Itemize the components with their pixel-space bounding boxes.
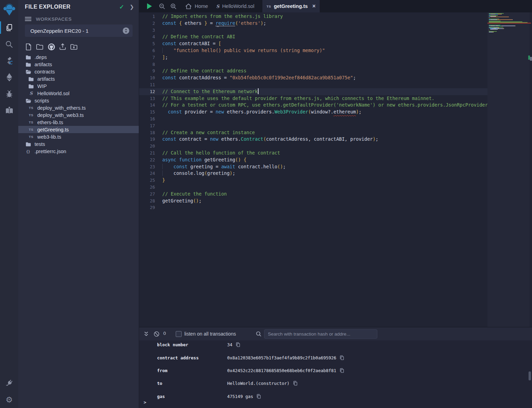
tab-getgreeting-ts[interactable]: TSgetGreeting.ts× [262,0,320,12]
code-line-7: 7]; [139,54,487,61]
activity-file-explorer-button[interactable] [0,19,18,36]
code-line-16: 16 [139,116,487,122]
tx-detail-label: block number [157,342,227,347]
code-line-11: 11 [139,81,487,88]
code-line-5: 5const contractABI = [ [139,40,487,47]
workspace-dropdown-icon [123,27,129,34]
json-file-icon: {} [25,149,31,153]
activity-debugger-button[interactable] [0,86,18,102]
code-editor[interactable]: 1// Import ethers from the ethers.js lib… [139,12,532,327]
terminal-search-input[interactable] [264,329,377,339]
file-tree-item-helloworld-sol[interactable]: SHelloWorld.sol [18,90,139,97]
typescript-file-icon: TS [28,106,34,110]
line-number: 17 [139,122,155,129]
transaction-count-badge: 0 [163,331,166,336]
new-folder-button[interactable] [36,42,44,51]
file-tree-item-tests[interactable]: tests [18,140,139,148]
line-number: 4 [139,33,155,40]
workspace-selected-value: OpenZeppelin ERC20 - 1 [30,28,88,34]
debugger-icon [5,90,13,98]
copy-icon[interactable] [235,342,240,347]
code-line-26: 26 [139,184,487,191]
activity-search-button[interactable] [0,36,18,52]
listen-transactions-checkbox[interactable] [176,331,182,337]
tab-label: HelloWorld.sol [222,3,254,9]
activity-deploy-run-button[interactable] [0,69,18,86]
tx-detail-row-contract-address: contract address0x8a120383e6057b1f3aef4f… [139,351,532,364]
file-tree-item-getgreeting-ts[interactable]: TSgetGreeting.ts [18,126,139,133]
expand-chevron-icon[interactable]: ❯ [129,4,134,10]
activity-settings-gear-button[interactable]: ⚙ [0,391,18,408]
activity-solidity-compiler-button[interactable] [0,52,18,69]
code-line-4: 4// Define the contract ABI [139,33,487,40]
workspace-select[interactable]: OpenZeppelin ERC20 - 1 [25,24,133,37]
workspaces-row: WORKSPACES [25,16,72,22]
solidity-compiler-icon [5,56,14,65]
file-tree-item-scripts[interactable]: scripts [18,97,139,104]
code-line-27: 27// Execute the function [139,191,487,198]
file-name: tests [35,141,45,147]
file-name: HelloWorld.sol [37,91,69,96]
file-tree-item--prettierrc-json[interactable]: {}.prettierrc.json [18,148,139,155]
tx-detail-value: HelloWorld.(constructor) [227,381,290,386]
file-tree-item-artifacts[interactable]: artifacts [18,75,139,82]
folder-open-icon [25,69,31,74]
activity-learneth-book-button[interactable] [0,102,18,119]
collapse-terminal-button[interactable] [143,330,149,337]
workspaces-menu-icon[interactable] [25,16,31,22]
tab-home[interactable]: Home [185,0,208,12]
accept-check-icon[interactable]: ✓ [119,3,124,11]
activity-bar: ⚙ [0,0,18,408]
line-number: 11 [139,81,155,88]
tx-detail-row-from: from0x42452c22c88178685850e68beb6cf0f2ae… [139,364,532,377]
line-number: 29 [139,204,155,211]
activity-plugin-plug-button[interactable] [0,375,18,391]
solidity-file-icon: S [28,91,34,96]
new-file-icon [25,43,32,51]
file-tree-item--deps[interactable]: .deps [18,53,139,61]
line-number: 18 [139,129,155,136]
file-explorer-panel: FILE EXPLORER ✓ ❯ WORKSPACES OpenZeppeli… [18,0,139,408]
terminal-scrollbar-thumb[interactable] [529,371,531,380]
tab-helloworld-sol[interactable]: SHelloWorld.sol [216,0,254,12]
new-file-button[interactable] [24,42,33,51]
run-script-button[interactable] [146,2,153,10]
clear-console-button[interactable] [153,330,160,337]
tx-detail-value: 0x42452c22c88178685850e68beb6cf0f2aeab8f… [227,368,336,373]
remix-ide-window: ⚙ FILE EXPLORER ✓ ❯ WORKSPACES OpenZeppe… [0,0,532,408]
github-button[interactable] [47,42,56,51]
upload-folder-button[interactable] [70,42,78,51]
play-icon [146,3,153,10]
editor-scrollbar-thumb[interactable] [530,57,532,61]
tx-detail-row-gas: gas475149 gas [139,390,532,403]
zoom-in-button[interactable] [170,2,177,10]
listen-transactions-label: listen on all transactions [184,331,236,337]
copy-icon[interactable] [293,381,298,386]
zoom-out-button[interactable] [158,2,166,10]
file-tree-item-artifacts[interactable]: artifacts [18,61,139,68]
copy-icon[interactable] [256,394,261,399]
deploy-run-icon [6,73,13,82]
file-tree-item-ethers-lib-ts[interactable]: TSethers-lib.ts [18,119,139,126]
code-line-20: 20 [139,143,487,150]
file-tree-item-deploy-with-ethers-ts[interactable]: TSdeploy_with_ethers.ts [18,104,139,111]
file-tree-item-wip[interactable]: WIP [18,82,139,90]
minimap[interactable] [489,13,528,33]
settings-gear-icon: ⚙ [6,396,13,404]
zoom-out-icon [159,3,165,10]
file-tree-item-deploy-with-web3-ts[interactable]: TSdeploy_with_web3.ts [18,111,139,119]
copy-icon[interactable] [339,368,344,373]
code-line-25: 25} [139,177,487,184]
upload-file-button[interactable] [58,42,67,51]
file-tree-item-contracts[interactable]: contracts [18,68,139,75]
close-tab-icon[interactable]: × [312,3,316,9]
activity-remix-logo-button[interactable] [0,0,18,19]
copy-icon[interactable] [339,355,344,360]
search-icon [5,40,13,48]
new-folder-icon [36,43,44,51]
terminal-prompt[interactable]: > [144,400,146,405]
file-tree-item-web3-lib-ts[interactable]: TSweb3-lib.ts [18,133,139,140]
workspaces-label: WORKSPACES [36,17,72,22]
transaction-details: block number34contract address0x8a120383… [139,338,532,403]
text-cursor [258,88,259,94]
